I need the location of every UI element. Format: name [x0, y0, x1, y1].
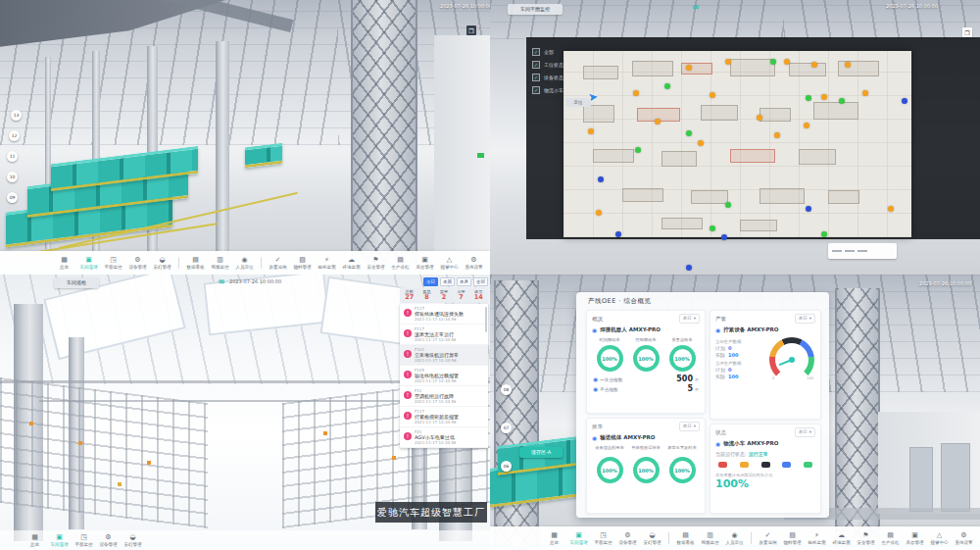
station-marker[interactable]: 06 [501, 461, 512, 472]
toolbar-item[interactable]: ◒ 安灯管理 [641, 531, 663, 546]
agv-icon[interactable] [740, 462, 749, 468]
toolbar-item[interactable]: ▤ 生产排程 [389, 256, 412, 271]
toolbar-item[interactable]: ◳ 平面监控 [73, 533, 95, 548]
alarm-summary-item[interactable]: 次要 7 [453, 289, 470, 301]
status-dot[interactable] [725, 59, 731, 65]
status-dot[interactable] [635, 147, 641, 153]
status-dot[interactable] [774, 132, 780, 138]
agv-icon[interactable] [718, 462, 727, 468]
alarm-list-item[interactable]: ! F105 输送线电机过载报警 2021-11-17 12:34:56 [400, 366, 488, 386]
period-dropdown[interactable]: 本日 ▾ [795, 314, 815, 324]
alarm-list-item[interactable]: ! F101 立库堆垛机运行异常 2021-11-17 12:34:56 [400, 345, 488, 366]
toolbar-item[interactable]: △ 报警中心 [438, 256, 461, 271]
alarm-list-item[interactable]: ! F21 AGV小车电量过低 2021-11-17 12:34:56 [400, 427, 488, 448]
checkbox-icon[interactable]: ✓ [532, 86, 540, 94]
alarm-list-item[interactable]: ! F117 焊装线体通讯连接失败 2021-11-17 12:34:56 [400, 304, 488, 325]
status-dot[interactable] [686, 130, 692, 136]
legend-row[interactable]: ✓ 全部 [532, 48, 603, 56]
toolbar-item[interactable]: ⚙ 设备管理 [616, 531, 639, 546]
period-dropdown[interactable]: 本日 ▾ [679, 314, 700, 324]
status-dot[interactable] [770, 59, 776, 65]
status-dot[interactable] [588, 128, 594, 134]
status-dot[interactable] [710, 225, 715, 231]
status-dot[interactable] [615, 231, 621, 237]
toolbar-item[interactable]: ◳ 平面监控 [102, 256, 124, 271]
zone-tag[interactable]: 缓存区-A [519, 447, 563, 458]
status-dot[interactable] [598, 176, 604, 182]
legend-row[interactable]: ✓ 物流小车 [532, 86, 603, 94]
status-dot[interactable] [655, 119, 661, 125]
toolbar-item[interactable]: ▦ 总览 [543, 531, 565, 546]
status-dot[interactable] [725, 202, 731, 208]
map-scale-panel[interactable] [828, 243, 897, 259]
status-dot[interactable] [596, 210, 602, 216]
view-tab[interactable]: 车间平面监控 [508, 4, 563, 15]
toolbar-item[interactable]: ▤ 数据看板 [184, 256, 207, 271]
toolbar-item[interactable]: ▦ 总览 [24, 533, 46, 548]
toolbar-item[interactable]: ⚑ 安全管理 [855, 531, 877, 546]
checkbox-icon[interactable]: ✓ [532, 74, 540, 81]
toolbar-item[interactable]: ▤ 数据看板 [674, 531, 697, 546]
locate-button[interactable]: 定位 [565, 98, 591, 107]
toolbar-item[interactable]: ▤ 生产排程 [879, 531, 902, 546]
alarm-summary-item[interactable]: 紧急 8 [418, 289, 436, 301]
toolbar-item[interactable]: ☁ 环境监测 [340, 256, 363, 271]
status-dot[interactable] [633, 90, 639, 96]
status-dot[interactable] [804, 123, 809, 128]
toolbar-item[interactable]: ✓ 质量追溯 [757, 531, 779, 546]
status-dot[interactable] [888, 206, 894, 212]
scrollbar[interactable] [485, 307, 487, 332]
toolbar-item[interactable]: ◳ 平面监控 [592, 531, 614, 546]
period-dropdown[interactable]: 本日 ▾ [679, 422, 700, 431]
alarm-list-item[interactable]: ! F117 拧紧枪扭矩超差报警 2021-11-17 12:34:56 [400, 407, 488, 427]
status-dot[interactable] [821, 231, 827, 237]
view-tab[interactable]: 车间巡检 [54, 277, 99, 288]
toolbar-item[interactable]: ▦ 总览 [53, 256, 75, 271]
status-dot[interactable] [862, 90, 868, 96]
toolbar-item[interactable]: ✓ 质量追溯 [267, 256, 289, 271]
toolbar-item[interactable]: ☁ 环境监测 [830, 531, 853, 546]
alarm-filter-chip[interactable]: 本周 [440, 277, 455, 286]
agv-icon[interactable] [761, 462, 770, 468]
toolbar-item[interactable]: ◉ 人员定位 [723, 531, 746, 546]
status-dot[interactable] [710, 92, 715, 98]
station-marker[interactable]: 10 [7, 172, 18, 182]
toolbar-item[interactable]: ▥ 视频监控 [209, 256, 231, 271]
toolbar-item[interactable]: ▣ 库存管理 [904, 531, 926, 546]
toolbar-item[interactable]: ▣ 车间漫游 [48, 533, 71, 548]
station-marker[interactable]: 08 [501, 384, 512, 395]
toolbar-item[interactable]: ▣ 车间漫游 [77, 256, 100, 271]
status-dot[interactable] [821, 94, 827, 100]
toolbar-item[interactable]: ◒ 安灯管理 [122, 533, 144, 548]
toolbar-item[interactable]: ◉ 人员定位 [233, 256, 256, 271]
station-marker[interactable]: 13 [11, 110, 22, 121]
legend-row[interactable]: ✓ 设备状态 [532, 74, 603, 81]
status-dot[interactable] [686, 265, 692, 271]
status-dot[interactable] [902, 98, 907, 104]
toolbar-item[interactable]: ⚡ 能耗监测 [316, 256, 338, 271]
status-dot[interactable] [784, 59, 790, 65]
window-mode-icon[interactable]: ❐ [466, 25, 476, 35]
status-dot[interactable] [757, 115, 762, 121]
alarm-filter-chip[interactable]: 本月 [457, 277, 471, 286]
alarm-list-item[interactable]: ! F11 空调机组运行故障 2021-11-17 12:34:56 [400, 386, 488, 407]
toolbar-item[interactable]: ▥ 视频监控 [699, 531, 721, 546]
status-dot[interactable] [721, 234, 727, 240]
toolbar-item[interactable]: ⚙ 设备管理 [97, 533, 120, 548]
agv-icon[interactable] [782, 462, 791, 468]
alarm-summary-item[interactable]: 提示 14 [469, 289, 487, 301]
alarm-filter-chip[interactable]: 今日 [423, 277, 438, 286]
agv-icon[interactable] [804, 462, 812, 468]
toolbar-item[interactable]: ⚑ 安全管理 [365, 256, 387, 271]
toolbar-item[interactable]: ▣ 库存管理 [414, 256, 436, 271]
toolbar-item[interactable]: ◒ 安灯管理 [151, 256, 173, 271]
toolbar-item[interactable]: ⚡ 能耗监测 [806, 531, 828, 546]
status-dot[interactable] [806, 95, 811, 101]
alarm-list-item[interactable]: ! F117 滚床无法正常运行 2021-11-17 12:34:56 [400, 325, 488, 345]
station-marker[interactable]: 09 [7, 192, 18, 203]
status-dot[interactable] [845, 62, 851, 68]
status-dot[interactable] [839, 98, 845, 104]
station-marker[interactable]: 11 [7, 151, 18, 162]
checkbox-icon[interactable]: ✓ [532, 61, 540, 69]
station-marker[interactable]: 12 [9, 130, 20, 141]
